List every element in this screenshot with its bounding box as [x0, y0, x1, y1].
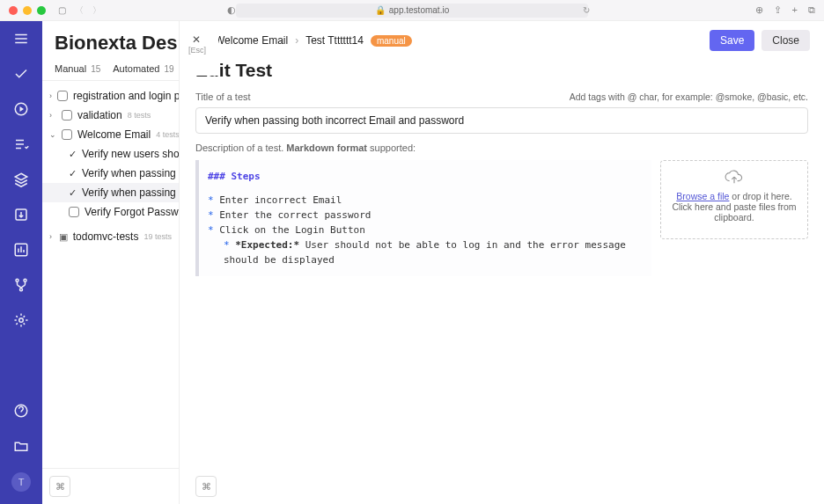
download-icon[interactable]: ⊕ [755, 4, 763, 16]
checkbox-icon[interactable] [62, 129, 72, 140]
branch-icon[interactable] [12, 276, 30, 294]
chart-icon[interactable] [12, 241, 30, 259]
checkbox-icon[interactable] [62, 110, 72, 121]
tree-item-test[interactable]: ✓ Verify when passing [42, 164, 179, 183]
svg-point-5 [20, 289, 23, 291]
tree-item-welcome[interactable]: ⌄ Welcome Email 4 tests [42, 125, 179, 144]
address-bar[interactable]: 🔒 app.testomat.io [236, 4, 588, 18]
tree-item-test[interactable]: ✓ Verify new users sho [42, 144, 179, 164]
svg-point-3 [16, 279, 18, 281]
breadcrumb-separator: › [295, 34, 298, 47]
tree-item-validation[interactable]: › validation 8 tests [42, 106, 179, 125]
url-text: app.testomat.io [389, 5, 449, 15]
check-mark-icon: ✓ [69, 149, 77, 160]
tree-item-registration[interactable]: › registration and login pa [42, 86, 179, 106]
save-button[interactable]: Save [710, 30, 754, 51]
cloud-upload-icon [725, 170, 744, 186]
close-panel-icon[interactable]: ✕ [192, 33, 201, 46]
user-avatar[interactable]: T [11, 472, 31, 492]
list-check-icon[interactable] [12, 135, 30, 153]
svg-point-6 [19, 318, 24, 323]
folder-open-icon[interactable] [12, 437, 30, 455]
esc-hint: [Esc] [188, 46, 206, 55]
share-icon[interactable]: ⇪ [774, 4, 782, 16]
minimize-window-icon[interactable] [23, 6, 32, 15]
breadcrumb-suite[interactable]: Welcome Email [215, 34, 288, 47]
new-tab-icon[interactable]: + [792, 4, 798, 16]
title-input[interactable]: Verify when passing both incorrect Email… [195, 107, 808, 134]
window-controls[interactable] [9, 6, 46, 15]
test-tree: › registration and login pa › validation… [42, 81, 179, 252]
tag-hint: Add tags with @ char, for example: @smok… [570, 91, 808, 102]
close-window-icon[interactable] [9, 6, 18, 15]
command-palette-button[interactable]: ⌘ [195, 476, 217, 497]
privacy-shield-icon[interactable]: ◐ [227, 4, 236, 16]
project-title: Bionexta Deskto [42, 21, 179, 63]
nav-rail: T [0, 21, 42, 504]
title-field-label: Title of a test [195, 91, 251, 102]
tab-automated[interactable]: Automated 19 [113, 63, 173, 80]
os-titlebar: ▢ 〈 〉 ◐ 🔒 app.testomat.io ↻ ⊕ ⇪ + ⧉ [0, 0, 824, 21]
chevron-right-icon: › [49, 232, 54, 241]
reload-icon[interactable]: ↻ [583, 5, 590, 15]
chevron-right-icon: › [49, 111, 56, 120]
check-mark-icon: ✓ [69, 187, 77, 199]
content-panel: Welcome Email › Test Ttttttt14 manual Sa… [180, 21, 824, 504]
breadcrumb-test: Test Ttttttt14 [305, 34, 364, 47]
close-button[interactable]: Close [761, 30, 810, 51]
markdown-editor[interactable]: ### Steps * Enter incorrect Email * Ente… [195, 160, 651, 276]
sidebar-toggle-icon[interactable]: ▢ [58, 5, 66, 15]
menu-icon[interactable] [12, 30, 30, 47]
suite-type-tabs: Manual 15 Automated 19 [42, 63, 179, 81]
back-arrow-icon[interactable]: 〈 [75, 4, 84, 17]
check-mark-icon: ✓ [69, 168, 77, 179]
command-palette-button[interactable]: ⌘ [49, 476, 70, 497]
maximize-window-icon[interactable] [37, 6, 46, 15]
checkbox-icon[interactable] [69, 207, 79, 217]
description-label: Description of a test. Markdown format s… [180, 142, 824, 160]
tabs-overview-icon[interactable]: ⧉ [808, 4, 815, 16]
folder-icon: ▣ [59, 231, 68, 243]
attachment-dropzone[interactable]: Browse a file or drop it here. Click her… [660, 160, 808, 239]
breadcrumb-toolbar: Welcome Email › Test Ttttttt14 manual Sa… [180, 21, 824, 58]
chevron-down-icon: ⌄ [49, 130, 56, 139]
md-steps-heading: ### Steps [208, 169, 643, 184]
svg-point-4 [24, 279, 26, 281]
lock-icon: 🔒 [375, 5, 386, 15]
checkbox-icon[interactable] [57, 91, 68, 101]
gear-icon[interactable] [12, 311, 30, 329]
import-icon[interactable] [12, 206, 30, 223]
chevron-right-icon: › [49, 91, 52, 100]
page-heading: Edit Test [180, 58, 824, 91]
forward-arrow-icon: 〉 [92, 4, 101, 17]
tree-item-test-active[interactable]: ✓ Verify when passing [42, 183, 179, 202]
browse-file-link[interactable]: Browse a file [676, 191, 729, 201]
tree-item-test[interactable]: Verify Forgot Passwor [42, 202, 179, 222]
manual-badge: manual [371, 35, 412, 47]
sidebar: Bionexta Deskto ✕ [Esc] Manual 15 Automa… [42, 21, 180, 504]
layers-icon[interactable] [12, 171, 30, 188]
tree-item-todomvc[interactable]: › ▣ todomvc-tests 19 tests [42, 227, 179, 246]
tab-manual[interactable]: Manual 15 [55, 63, 100, 80]
play-circle-icon[interactable] [12, 100, 30, 118]
help-icon[interactable] [12, 402, 30, 420]
check-icon[interactable] [12, 65, 30, 83]
